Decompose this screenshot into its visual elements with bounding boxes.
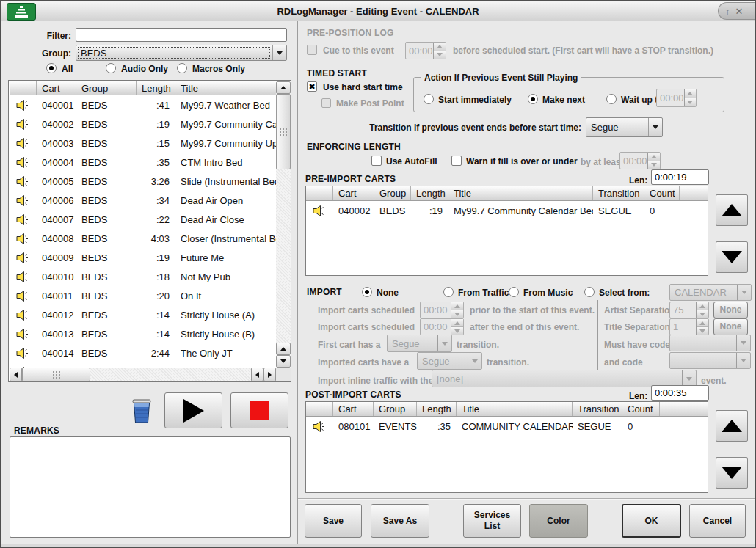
scroll-left-icon[interactable] [251,368,263,381]
cart-list-row[interactable]: 040008 BEDS 4:03 Closer (Instrumental Be… [10,229,276,248]
spin-down-icon[interactable] [434,51,446,59]
and-code-select[interactable] [669,352,751,369]
post-import-row[interactable]: 080101 EVENTS :35 COMMUNITY CALENDAR SEG… [306,417,708,436]
cart-list-vscrollbar[interactable] [276,81,291,368]
spin-up-icon[interactable] [697,319,708,326]
radio-import-select-from[interactable] [584,287,595,297]
wait-time-spinbox[interactable]: 00:00 [656,89,697,107]
first-cart-transition-select[interactable]: Segue [387,335,452,352]
cart-list-row[interactable]: 040001 BEDS :41 My99.7 Weather Bed [10,95,276,114]
cart-list-row[interactable]: 040002 BEDS :19 My99.7 Community Calenda… [10,114,276,134]
ok-button[interactable]: OK [622,504,681,538]
col-title[interactable]: Title [175,81,276,95]
save-button[interactable]: Save [305,504,362,538]
cart-list-hscrollbar[interactable] [10,368,276,381]
spin-up-icon[interactable] [685,89,696,98]
col-length[interactable]: Length [411,186,448,200]
post-import-move-up-button[interactable] [716,410,748,442]
cancel-button[interactable]: Cancel [689,504,746,538]
cart-list-row[interactable]: 040013 BEDS :14 Strictly House (B) [10,324,276,343]
filter-input[interactable] [76,28,287,42]
radio-audio-only[interactable] [106,63,116,73]
cart-list-row[interactable]: 040007 BEDS :22 Dead Air Close [10,210,276,229]
imported-carts-transition-select[interactable]: Segue [417,352,482,370]
radio-make-next[interactable] [528,94,538,104]
cart-list-row[interactable]: 040010 BEDS :18 Not My Pub [10,267,276,286]
artist-separation-none-button[interactable]: None [713,302,748,318]
title-separation-spinbox[interactable]: 1 [669,318,709,335]
col-length[interactable]: Length [417,402,457,416]
artist-separation-spinbox[interactable]: 75 [669,302,709,318]
cart-list-row[interactable]: 040003 BEDS :15 My99.7 Community Upd [10,134,276,153]
spin-down-icon[interactable] [685,98,696,106]
pre-import-move-down-button[interactable] [716,241,748,273]
hscroll-thumb[interactable] [22,368,90,381]
color-button[interactable]: Color [529,504,588,538]
pre-import-len-input[interactable] [651,169,709,185]
vscroll-thumb[interactable] [276,94,291,169]
select-from-event-select[interactable]: CALENDAR [669,284,752,301]
post-import-len-input[interactable] [651,385,709,401]
col-transition[interactable]: Transition [593,186,644,200]
spin-up-icon[interactable] [451,319,463,326]
scroll-right-icon[interactable] [263,368,276,381]
pre-import-row[interactable]: 040002 BEDS :19 My99.7 Community Calenda… [306,201,708,220]
col-cart[interactable]: Cart [333,186,374,200]
cart-list-row[interactable]: 040005 BEDS 3:26 Slide (Instrumental Bed… [10,172,276,191]
col-cart[interactable]: Cart [37,81,76,95]
spin-down-icon[interactable] [451,326,463,335]
radio-import-none[interactable] [362,287,372,297]
col-length[interactable]: Length [137,81,175,95]
cart-list-row[interactable]: 040004 BEDS :35 CTM Intro Bed [10,153,276,172]
cart-list-row[interactable]: 040006 BEDS :34 Dead Air Open [10,191,276,210]
sched-after-spinbox[interactable]: 00:00 [420,318,464,335]
radio-import-music[interactable] [509,287,519,297]
col-icon[interactable] [10,81,37,95]
save-as-button[interactable]: Save As [371,504,429,538]
sched-prior-spinbox[interactable]: 00:00 [420,302,464,318]
col-count[interactable]: Count [644,186,680,200]
services-list-button[interactable]: Services List [463,504,521,538]
by-at-least-spinbox[interactable]: 00:00 [619,152,661,169]
transition-before-start-select[interactable]: Segue [586,117,663,137]
col-icon[interactable] [306,186,333,200]
scroll-left-icon[interactable] [10,368,22,381]
shade-window-icon[interactable]: ↑ [725,7,730,16]
play-button[interactable] [164,392,222,428]
close-window-icon[interactable]: ✕ [735,7,744,16]
spin-down-icon[interactable] [697,326,708,335]
col-title[interactable]: Title [448,186,593,200]
stop-button[interactable] [230,392,288,428]
pre-import-move-up-button[interactable] [716,194,748,226]
spin-up-icon[interactable] [451,302,463,310]
post-point-checkbox[interactable] [321,98,331,108]
chevron-down-icon[interactable] [648,118,662,136]
spin-down-icon[interactable] [451,310,463,318]
col-transition[interactable]: Transition [573,402,622,416]
group-select[interactable]: BEDS [76,45,287,61]
col-count[interactable]: Count [622,402,660,416]
radio-all[interactable] [46,63,57,73]
title-separation-none-button[interactable]: None [713,318,748,335]
cart-list-row[interactable]: 040015 BEDS [10,362,276,368]
scroll-up-icon[interactable] [276,343,291,355]
col-group[interactable]: Group [76,81,137,95]
cart-list-row[interactable]: 040014 BEDS 2:44 The Only JT [10,343,276,362]
scroll-down-icon[interactable] [276,355,291,368]
hard-start-checkbox[interactable] [307,81,317,92]
cart-list-row[interactable]: 040009 BEDS :19 Future Me [10,248,276,267]
radio-wait-up-to[interactable] [606,94,617,104]
col-title[interactable]: Title [457,402,573,416]
spin-down-icon[interactable] [697,310,708,318]
must-have-code-select[interactable] [669,335,751,351]
spin-up-icon[interactable] [648,153,660,161]
col-icon[interactable] [306,402,333,416]
col-group[interactable]: Group [374,402,417,416]
spin-up-icon[interactable] [697,302,708,310]
spin-up-icon[interactable] [434,43,446,51]
warn-fill-checkbox[interactable] [451,156,462,166]
spin-down-icon[interactable] [648,161,660,169]
autofill-checkbox[interactable] [371,156,382,166]
radio-macros-only[interactable] [177,63,187,73]
post-import-move-down-button[interactable] [716,457,748,489]
